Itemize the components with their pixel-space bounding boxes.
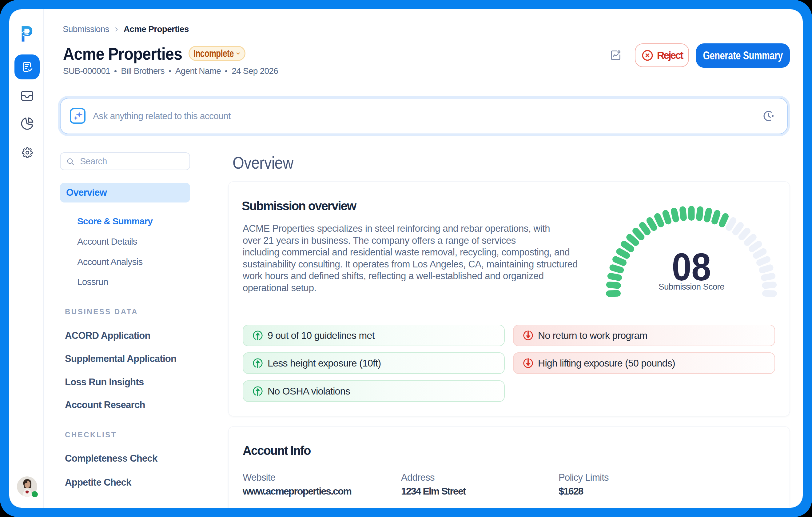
svg-text:P: P: [21, 25, 33, 43]
